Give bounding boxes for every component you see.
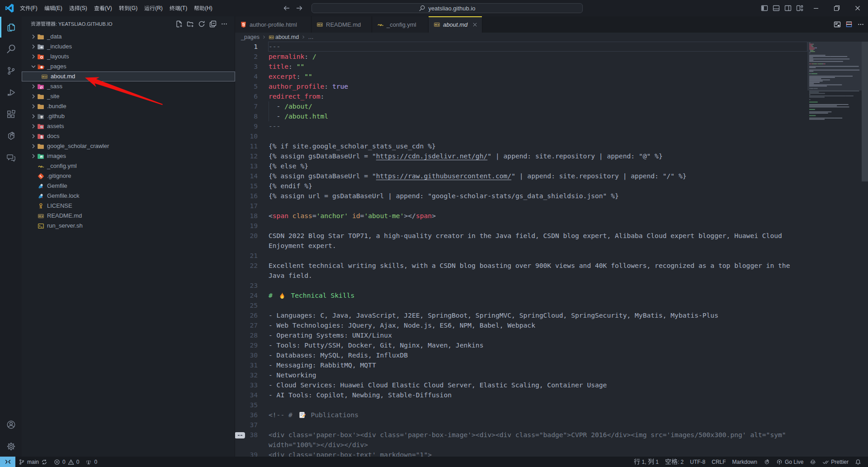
status--2[interactable]: : 2 xyxy=(662,457,687,467)
tree-item-LICENSE[interactable]: LICENSE xyxy=(22,201,235,211)
status-codegeex-icon[interactable] xyxy=(760,457,773,467)
tree-item-_site[interactable]: _site xyxy=(22,91,235,101)
activity-codegeex[interactable] xyxy=(0,125,22,147)
activity-debug[interactable] xyxy=(0,81,22,103)
command-center-search[interactable]: yeatsliao.github.io xyxy=(311,3,583,13)
minimize-button[interactable] xyxy=(806,0,826,16)
tree-item-_data[interactable]: _data xyxy=(22,32,235,42)
scrollbar-thumb[interactable] xyxy=(862,42,868,181)
activity-gear[interactable] xyxy=(0,435,22,457)
status-crlf[interactable]: CRLF xyxy=(708,457,729,467)
status-main[interactable]: main xyxy=(15,457,51,467)
layout-customize-icon[interactable] xyxy=(796,5,803,12)
status-0[interactable]: 00 xyxy=(51,457,82,467)
code-line-31: 31- Messaging: RabbitMQ, MQTT xyxy=(235,360,807,370)
activity-extensions[interactable] xyxy=(0,103,22,125)
code-line-text: {% assign url = gsDataBaseUrl | append: … xyxy=(269,191,619,201)
breadcrumb[interactable]: _pagesabout.md… xyxy=(241,33,314,42)
more-icon[interactable] xyxy=(857,21,864,28)
close-button[interactable] xyxy=(847,0,868,16)
status-utf-8[interactable]: UTF-8 xyxy=(687,457,708,467)
status--1-1[interactable]: 1, 1 xyxy=(631,457,662,467)
new-file-icon[interactable] xyxy=(175,20,183,28)
window-controls xyxy=(806,0,868,16)
line-number: 24 xyxy=(235,291,258,300)
gutter-badge[interactable] xyxy=(235,432,245,438)
chevron-down-icon xyxy=(30,63,37,70)
code-token: - Cloud Services: Huawei Cloud Elastic C… xyxy=(269,381,607,389)
status-bar-right: 1, 1: 2UTF-8CRLFMarkdownGo LivePrettier xyxy=(631,457,868,467)
tree-item-about.md[interactable]: about.md xyxy=(22,71,235,81)
forward-arrow-icon[interactable] xyxy=(296,5,303,12)
back-arrow-icon[interactable] xyxy=(283,5,290,12)
tree-item-_pages[interactable]: _pages xyxy=(22,62,235,71)
status-bell-icon[interactable] xyxy=(852,457,864,467)
status-copilot-icon[interactable] xyxy=(807,457,819,467)
activity-search[interactable] xyxy=(0,38,22,60)
restore-button[interactable] xyxy=(826,0,847,16)
code-token: Publications xyxy=(307,411,359,419)
code-line-17: 17 xyxy=(235,201,807,211)
minimap[interactable] xyxy=(807,42,862,457)
new-folder-icon[interactable] xyxy=(187,20,194,28)
status-go-live[interactable]: Go Live xyxy=(773,457,807,467)
menu-H[interactable]: (H) xyxy=(191,2,216,14)
tree-item-_layouts[interactable]: _layouts xyxy=(22,52,235,62)
menu-G[interactable]: (G) xyxy=(115,2,141,14)
code-line-text: - AI Tools: Copilot, Newbing, Stable-Dif… xyxy=(269,390,452,400)
code-line-29: 29- Tools: Putty/SSH, Docker, Git, Nginx… xyxy=(235,340,807,350)
code-line-33: 33- Cloud Services: Huawei Cloud Elastic… xyxy=(235,380,807,390)
tab-about.md[interactable]: about.md xyxy=(429,16,482,33)
tree-item-Gemfile[interactable]: Gemfile xyxy=(22,181,235,191)
tab-close-icon[interactable] xyxy=(470,20,479,29)
split-editor-icon[interactable] xyxy=(845,21,853,28)
tree-item-_sass[interactable]: _sass xyxy=(22,81,235,91)
activity-account[interactable] xyxy=(0,414,22,435)
tab-README.md[interactable]: README.md xyxy=(311,16,372,33)
status-prettier[interactable]: Prettier xyxy=(819,457,852,467)
menu-V[interactable]: (V) xyxy=(90,2,115,14)
remote-indicator[interactable] xyxy=(0,457,15,467)
tree-item-.gitignore[interactable]: .gitignore xyxy=(22,171,235,181)
code-editor[interactable]: 1---2permalink: /3title: ""4excerpt: ""5… xyxy=(235,42,868,457)
more-icon[interactable] xyxy=(221,20,228,28)
breadcrumb-item[interactable]: … xyxy=(308,34,314,40)
menu-R[interactable]: (R) xyxy=(141,2,166,14)
code-token: Enjoyment expert. xyxy=(269,242,336,249)
menu-S[interactable]: (S) xyxy=(66,2,90,14)
minimap-viewport[interactable] xyxy=(807,42,862,91)
status-0[interactable]: 0 xyxy=(82,457,100,467)
activity-chat[interactable] xyxy=(0,147,22,168)
tree-item-google_scholar_crawler[interactable]: google_scholar_crawler xyxy=(22,141,235,151)
tree-item-assets[interactable]: assets xyxy=(22,121,235,131)
layout-panel-icon[interactable] xyxy=(773,5,780,12)
refresh-icon[interactable] xyxy=(198,20,205,28)
menu-T[interactable]: (T) xyxy=(166,2,190,14)
activity-source-control[interactable] xyxy=(0,60,22,81)
tree-item-run_server.sh[interactable]: run_server.sh xyxy=(22,221,235,231)
code-line-text: {% assign gsDataBaseUrl = "https://raw.g… xyxy=(269,171,687,181)
line-number: 28 xyxy=(235,330,258,340)
folder-github-icon xyxy=(37,113,44,120)
menu-F[interactable]: (F) xyxy=(16,2,41,14)
tree-item-_includes[interactable]: _includes xyxy=(22,42,235,52)
layout-sidebar-icon[interactable] xyxy=(761,5,768,12)
activity-files[interactable] xyxy=(0,16,22,38)
editor-scrollbar[interactable] xyxy=(862,42,868,457)
tree-item-.github[interactable]: .github xyxy=(22,111,235,121)
collapse-all-icon[interactable] xyxy=(209,20,217,28)
breadcrumb-item[interactable]: about.md xyxy=(275,34,299,40)
breadcrumb-item[interactable]: _pages xyxy=(241,34,259,40)
status-markdown[interactable]: Markdown xyxy=(729,457,760,467)
tree-item-README.md[interactable]: README.md xyxy=(22,211,235,221)
layout-sidebar-right-icon[interactable] xyxy=(784,5,792,12)
tab-author-profile.html[interactable]: author-profile.html xyxy=(235,16,311,33)
open-preview-icon[interactable] xyxy=(834,21,841,28)
tree-item-Gemfile.lock[interactable]: Gemfile.lock xyxy=(22,191,235,201)
tree-item-docs[interactable]: docs xyxy=(22,131,235,141)
tree-item-.bundle[interactable]: .bundle xyxy=(22,101,235,111)
tab-_config.yml[interactable]: _config.yml xyxy=(372,16,429,33)
tree-item-images[interactable]: images xyxy=(22,151,235,161)
menu-E[interactable]: (E) xyxy=(41,2,66,14)
tree-item-_config.yml[interactable]: _config.yml xyxy=(22,161,235,171)
